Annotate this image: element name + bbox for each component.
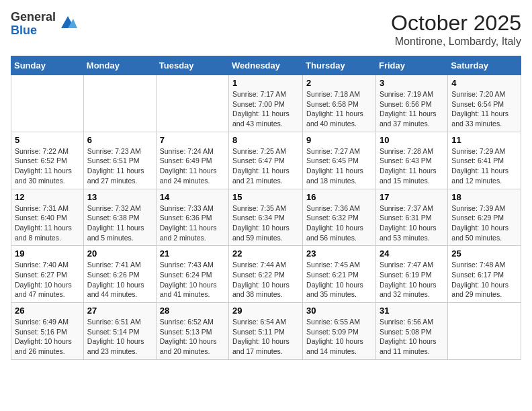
day-cell: 31 Sunrise: 6:56 AMSunset: 5:08 PMDaylig…	[375, 303, 447, 360]
day-cell	[83, 75, 156, 132]
day-cell: 21 Sunrise: 7:43 AMSunset: 6:24 PMDaylig…	[156, 246, 228, 303]
logo-blue: Blue	[11, 24, 56, 38]
day-info: Sunrise: 6:56 AMSunset: 5:08 PMDaylight:…	[380, 317, 444, 357]
day-number: 15	[232, 192, 299, 202]
day-cell	[11, 75, 84, 132]
day-cell: 10 Sunrise: 7:28 AMSunset: 6:43 PMDaylig…	[375, 132, 447, 189]
logo-icon	[58, 12, 77, 31]
day-info: Sunrise: 7:17 AMSunset: 7:00 PMDaylight:…	[232, 89, 299, 129]
day-info: Sunrise: 7:47 AMSunset: 6:19 PMDaylight:…	[380, 260, 444, 300]
header-row: Sunday Monday Tuesday Wednesday Thursday…	[11, 56, 521, 75]
day-cell: 17 Sunrise: 7:37 AMSunset: 6:31 PMDaylig…	[375, 189, 447, 246]
day-number: 29	[232, 306, 299, 316]
day-cell: 7 Sunrise: 7:24 AMSunset: 6:49 PMDayligh…	[156, 132, 228, 189]
day-number: 6	[87, 135, 152, 145]
subtitle: Montirone, Lombardy, Italy	[391, 36, 521, 48]
day-info: Sunrise: 7:32 AMSunset: 6:38 PMDaylight:…	[87, 203, 152, 243]
logo: General Blue	[11, 11, 77, 38]
day-cell: 13 Sunrise: 7:32 AMSunset: 6:38 PMDaylig…	[83, 189, 156, 246]
day-number: 17	[380, 192, 444, 202]
day-cell: 14 Sunrise: 7:33 AMSunset: 6:36 PMDaylig…	[156, 189, 228, 246]
day-number: 1	[232, 78, 299, 88]
header-wednesday: Wednesday	[229, 56, 303, 75]
day-number: 3	[380, 78, 444, 88]
day-cell: 12 Sunrise: 7:31 AMSunset: 6:40 PMDaylig…	[11, 189, 84, 246]
day-number: 9	[306, 135, 372, 145]
day-cell: 3 Sunrise: 7:19 AMSunset: 6:56 PMDayligh…	[375, 75, 447, 132]
day-info: Sunrise: 7:40 AMSunset: 6:27 PMDaylight:…	[15, 260, 80, 300]
day-info: Sunrise: 7:31 AMSunset: 6:40 PMDaylight:…	[15, 203, 80, 243]
day-number: 25	[451, 248, 517, 259]
day-cell: 2 Sunrise: 7:18 AMSunset: 6:58 PMDayligh…	[303, 75, 376, 132]
header-saturday: Saturday	[448, 56, 521, 75]
logo-general: General	[11, 11, 56, 24]
day-info: Sunrise: 7:39 AMSunset: 6:29 PMDaylight:…	[451, 203, 517, 243]
week-row-3: 12 Sunrise: 7:31 AMSunset: 6:40 PMDaylig…	[11, 189, 521, 246]
day-number: 31	[380, 306, 444, 316]
day-info: Sunrise: 7:24 AMSunset: 6:49 PMDaylight:…	[160, 146, 225, 186]
day-cell: 23 Sunrise: 7:45 AMSunset: 6:21 PMDaylig…	[303, 246, 376, 303]
day-cell: 18 Sunrise: 7:39 AMSunset: 6:29 PMDaylig…	[448, 189, 521, 246]
day-cell: 1 Sunrise: 7:17 AMSunset: 7:00 PMDayligh…	[229, 75, 303, 132]
day-info: Sunrise: 7:43 AMSunset: 6:24 PMDaylight:…	[160, 260, 225, 300]
day-cell: 27 Sunrise: 6:51 AMSunset: 5:14 PMDaylig…	[83, 303, 156, 360]
calendar-header: Sunday Monday Tuesday Wednesday Thursday…	[11, 56, 521, 75]
day-number: 28	[160, 306, 225, 316]
day-number: 5	[15, 135, 80, 145]
day-number: 7	[160, 135, 225, 145]
week-row-4: 19 Sunrise: 7:40 AMSunset: 6:27 PMDaylig…	[11, 246, 521, 303]
day-number: 2	[306, 78, 372, 88]
day-cell: 15 Sunrise: 7:35 AMSunset: 6:34 PMDaylig…	[229, 189, 303, 246]
day-number: 26	[15, 306, 80, 316]
day-cell: 8 Sunrise: 7:25 AMSunset: 6:47 PMDayligh…	[229, 132, 303, 189]
header-tuesday: Tuesday	[156, 56, 228, 75]
day-cell: 4 Sunrise: 7:20 AMSunset: 6:54 PMDayligh…	[448, 75, 521, 132]
header-friday: Friday	[375, 56, 447, 75]
day-info: Sunrise: 6:52 AMSunset: 5:13 PMDaylight:…	[160, 317, 225, 357]
day-cell	[156, 75, 228, 132]
title-block: October 2025 Montirone, Lombardy, Italy	[391, 11, 521, 48]
header-thursday: Thursday	[303, 56, 376, 75]
day-number: 24	[380, 248, 444, 259]
calendar-table: Sunday Monday Tuesday Wednesday Thursday…	[11, 56, 521, 360]
day-info: Sunrise: 6:51 AMSunset: 5:14 PMDaylight:…	[87, 317, 152, 357]
day-cell: 11 Sunrise: 7:29 AMSunset: 6:41 PMDaylig…	[448, 132, 521, 189]
day-number: 21	[160, 248, 225, 259]
day-info: Sunrise: 6:49 AMSunset: 5:16 PMDaylight:…	[15, 317, 80, 357]
day-number: 23	[306, 248, 372, 259]
day-number: 27	[87, 306, 152, 316]
day-number: 19	[15, 248, 80, 259]
day-info: Sunrise: 7:27 AMSunset: 6:45 PMDaylight:…	[306, 146, 372, 186]
header-sunday: Sunday	[11, 56, 84, 75]
header-monday: Monday	[83, 56, 156, 75]
week-row-2: 5 Sunrise: 7:22 AMSunset: 6:52 PMDayligh…	[11, 132, 521, 189]
day-info: Sunrise: 7:18 AMSunset: 6:58 PMDaylight:…	[306, 89, 372, 129]
day-info: Sunrise: 7:23 AMSunset: 6:51 PMDaylight:…	[87, 146, 152, 186]
day-cell: 6 Sunrise: 7:23 AMSunset: 6:51 PMDayligh…	[83, 132, 156, 189]
day-number: 22	[232, 248, 299, 259]
day-cell: 25 Sunrise: 7:48 AMSunset: 6:17 PMDaylig…	[448, 246, 521, 303]
page-header: General Blue October 2025 Montirone, Lom…	[11, 11, 521, 48]
day-info: Sunrise: 6:54 AMSunset: 5:11 PMDaylight:…	[232, 317, 299, 357]
day-info: Sunrise: 7:44 AMSunset: 6:22 PMDaylight:…	[232, 260, 299, 300]
day-info: Sunrise: 7:37 AMSunset: 6:31 PMDaylight:…	[380, 203, 444, 243]
day-info: Sunrise: 7:48 AMSunset: 6:17 PMDaylight:…	[451, 260, 517, 300]
day-cell: 29 Sunrise: 6:54 AMSunset: 5:11 PMDaylig…	[229, 303, 303, 360]
day-info: Sunrise: 7:22 AMSunset: 6:52 PMDaylight:…	[15, 146, 80, 186]
day-cell: 30 Sunrise: 6:55 AMSunset: 5:09 PMDaylig…	[303, 303, 376, 360]
week-row-5: 26 Sunrise: 6:49 AMSunset: 5:16 PMDaylig…	[11, 303, 521, 360]
day-number: 4	[451, 78, 517, 88]
day-number: 12	[15, 192, 80, 202]
main-title: October 2025	[391, 11, 521, 36]
week-row-1: 1 Sunrise: 7:17 AMSunset: 7:00 PMDayligh…	[11, 75, 521, 132]
logo-text: General Blue	[11, 11, 56, 38]
day-cell: 22 Sunrise: 7:44 AMSunset: 6:22 PMDaylig…	[229, 246, 303, 303]
day-info: Sunrise: 7:41 AMSunset: 6:26 PMDaylight:…	[87, 260, 152, 300]
day-cell: 28 Sunrise: 6:52 AMSunset: 5:13 PMDaylig…	[156, 303, 228, 360]
day-info: Sunrise: 7:35 AMSunset: 6:34 PMDaylight:…	[232, 203, 299, 243]
day-number: 8	[232, 135, 299, 145]
day-number: 11	[451, 135, 517, 145]
day-cell: 24 Sunrise: 7:47 AMSunset: 6:19 PMDaylig…	[375, 246, 447, 303]
day-cell: 16 Sunrise: 7:36 AMSunset: 6:32 PMDaylig…	[303, 189, 376, 246]
day-info: Sunrise: 7:33 AMSunset: 6:36 PMDaylight:…	[160, 203, 225, 243]
